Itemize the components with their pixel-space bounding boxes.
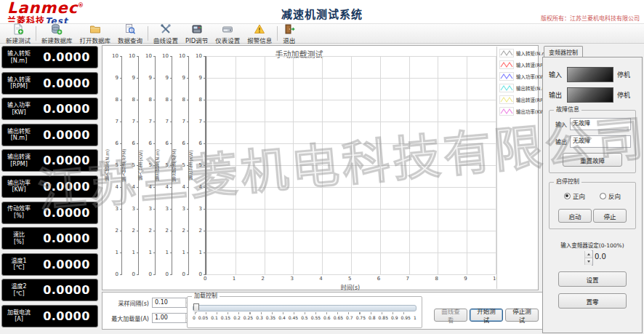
slider-tick-label: 0 [193,315,196,320]
stop-button[interactable]: 停止 [593,209,627,223]
inverter-tab-page: 输入 停机 输出 停机 故障信息 输入 无故障 输出 [542,57,643,333]
input-drive-label: 输入 [549,70,563,79]
y-tick-label: 6 [132,141,135,146]
y-axis: 输入转速(RPM)012345678910 [122,56,139,274]
curve-settings-button[interactable]: 曲线设置 [150,24,182,43]
app-window: Lanmec® 兰菱科技Test 减速机测试系统 版权所有：江苏兰菱机电科技有限… [0,0,644,334]
readout-name: 输入转矩 [2,50,36,57]
y-tick-label: 5 [132,163,135,168]
tool-label: 报警信息 [247,36,272,44]
load-slider[interactable]: 00.050.10.150.20.250.30.350.40.450.50.55… [193,305,416,320]
radio-unselected-icon [600,193,606,199]
y-tick-label: 9 [132,76,135,81]
output-fault-label: 输出 [554,138,567,146]
sample-interval-value[interactable]: 0.10 [155,299,185,306]
y-axis-title: 输入功率(KW) [139,150,144,180]
gridline [206,56,496,57]
copyright-text: 版权所有：江苏兰菱机电科技有限公司 [541,14,640,22]
series-line-icon [499,95,514,104]
tab-inverter-control[interactable]: 变频器控制 [544,46,583,57]
gridline [206,165,496,166]
readout-name: 输出功率 [2,180,36,187]
y-axis-title: 输入转矩(N.m) [105,149,110,181]
input-fault-label: 输入 [554,120,567,128]
input-fault-field[interactable]: 无故障 [570,118,631,130]
new-test-button[interactable]: 新建测试 [2,24,34,43]
tool-label: 仪表设置 [215,36,240,44]
pid-tuning-button[interactable]: PID调节 [182,24,212,43]
y-tick-label: 7 [116,119,118,124]
y-tick-label: 6 [116,141,118,146]
reset-fault-button[interactable]: 重置故障 [563,153,622,167]
y-tick-dash [120,274,122,275]
start-test-button[interactable]: 开始测试 [470,309,503,322]
y-tick-label: 0 [182,272,185,277]
y-tick-label: 10 [129,54,135,59]
slider-tick-label: 0.1 [211,315,218,320]
readout-name: 输入转速 [2,76,36,84]
readout-row: 输入功率[KW]0.0000 [1,98,98,120]
load-control-group-title: 加载控制 [192,293,220,300]
readout-value: 0.0000 [36,102,97,116]
setpoint-spinner[interactable]: 0.0 [592,250,593,266]
radio-selected-icon [564,193,571,199]
exit-button[interactable]: 退出 [279,24,299,43]
data-query-button[interactable]: 数据查询 [114,24,146,43]
y-tick-label: 4 [132,185,135,190]
x-tick-label: 8 [435,277,438,282]
y-tick-label: 1 [132,250,135,255]
slider-track[interactable] [193,305,416,311]
readout-label: 输出转速[RPM] [2,154,36,167]
open-database-button[interactable]: 打开数据库 [76,24,115,43]
new-database-icon [51,23,63,35]
output-drive-indicator [567,87,613,103]
slider-tick-label: 0.75 [356,315,366,320]
gridline [206,78,496,79]
readout-name: 加载电流 [2,309,36,317]
readout-row: 温度1[℃]0.0000 [1,253,98,276]
readout-row: 输出转矩[N.m]0.0000 [1,124,98,146]
main-content: 输入转矩[N.m]0.0000输入转速[RPM]0.0000输入功率[KW]0.… [0,44,644,334]
y-tick-label: 1 [149,250,152,255]
alarm-info-button[interactable]: 报警信息 [243,24,275,43]
y-tick-label: 5 [166,163,169,168]
toolbar-separator [36,26,36,41]
y-axis-title: 输出功率(KW) [189,150,194,180]
start-button[interactable]: 启动 [558,209,592,223]
input-fault-row: 输入 无故障 [554,118,631,130]
view-curve-button[interactable]: 曲线查看 [434,309,467,322]
readout-value: 0.0000 [36,258,97,271]
y-axis-title: 输出转速(RPM) [172,148,177,181]
spin-down-button[interactable] [585,258,592,265]
slider-tick-label: 0.65 [334,315,343,320]
y-tick-label: 6 [166,141,169,146]
slider-tick-label: 0.45 [289,315,298,320]
slider-tick-label: 0.6 [323,315,331,320]
tool-label: 曲线设置 [153,36,178,44]
forward-radio[interactable]: 正向 [564,191,585,200]
zero-button[interactable]: 置零 [558,293,627,309]
chart-legend: 输入转矩(N.m)输入转速(RPM)输入功率(KW)输出转矩(N.m)输出转速(… [496,47,537,289]
spin-up-button[interactable] [585,251,592,258]
y-tick-label: 4 [116,185,118,190]
fault-info-group-title: 故障信息 [554,106,581,114]
legend-item: 输出转矩(N.m) [499,84,537,92]
y-tick-label: 10 [179,54,185,59]
data-query-icon [124,23,136,35]
x-tick-label: 5 [348,277,351,282]
readout-value: 0.0000 [36,154,97,167]
gridline [206,231,496,231]
max-load-value[interactable]: 1.00 [155,314,185,321]
set-button[interactable]: 设置 [558,271,627,287]
spinner-buttons [584,251,592,265]
y-tick-label: 9 [149,76,152,81]
readouts-panel: 输入转矩[N.m]0.0000输入转速[RPM]0.0000输入功率[KW]0.… [1,46,98,331]
stop-test-button[interactable]: 停止测试 [505,309,539,322]
readout-name: 温度2 [2,283,36,290]
meter-settings-button[interactable]: 仪表设置 [212,24,243,43]
fault-info-group: 故障信息 输入 无故障 输出 无故障 重置故障 [549,110,636,173]
new-database-button[interactable]: 新建数据库 [38,24,76,43]
output-fault-field[interactable]: 无故障 [570,135,631,148]
reverse-radio[interactable]: 反向 [600,191,621,200]
y-axis: 输出转矩(N.m)012345678910 [156,56,172,274]
